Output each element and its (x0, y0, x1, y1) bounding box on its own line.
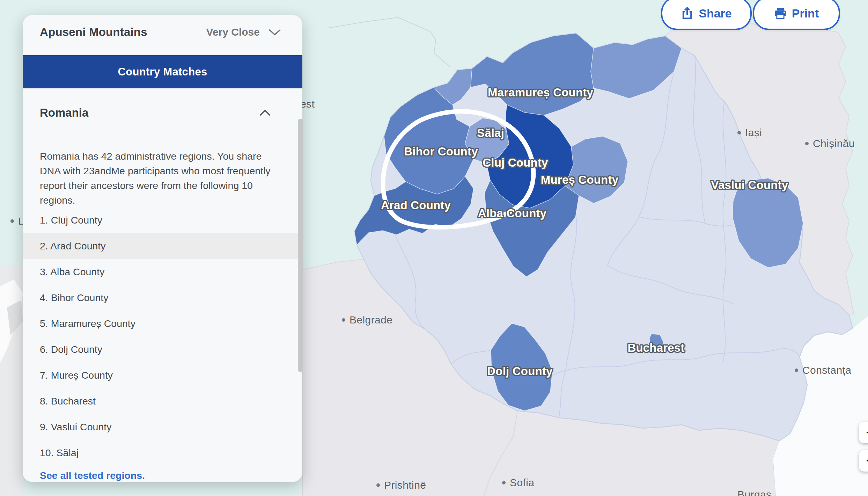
region-title: Apuseni Mountains (40, 25, 147, 39)
see-all-tested-regions-link[interactable]: See all tested regions. (40, 470, 145, 481)
panel-scrollbar-thumb[interactable] (298, 119, 303, 372)
ancestry-map-screen: Maramureș CountySălajBihor CountyCluj Co… (0, 0, 868, 496)
zoom-out-button[interactable]: − (859, 450, 868, 472)
share-button[interactable]: Share (661, 0, 752, 30)
zoom-out-label: − (866, 453, 868, 468)
zoom-in-label: + (866, 425, 868, 440)
terrain-left (0, 265, 23, 496)
list-item-cluj-county[interactable]: 1. Cluj County (23, 207, 302, 233)
country-matches-banner: Country Matches (23, 55, 302, 88)
zoom-in-button[interactable]: + (859, 422, 868, 443)
list-item-alba-county[interactable]: 3. Alba County (23, 259, 302, 285)
description-line: regions. (40, 193, 274, 207)
list-item-arad-county[interactable]: 2. Arad County (23, 233, 302, 259)
list-item-bucharest[interactable]: 8. Bucharest (23, 388, 302, 414)
country-matches-label: Country Matches (118, 66, 207, 78)
panel-header: Apuseni Mountains Very Close (40, 21, 281, 44)
region-detail-panel: Apuseni Mountains Very Close Country Mat… (23, 15, 302, 482)
country-section-toggle[interactable]: Romania (40, 105, 271, 121)
description-line: Romania has 42 administrative regions. Y… (40, 149, 274, 163)
country-name: Romania (40, 106, 88, 119)
list-item-dolj-county[interactable]: 6. Dolj County (23, 336, 302, 362)
share-button-label: Share (699, 7, 732, 20)
list-item-vaslui-county[interactable]: 9. Vaslui County (23, 414, 302, 440)
chevron-up-icon (259, 109, 271, 116)
match-strength-value: Very Close (206, 26, 260, 38)
region-list: 1. Cluj County 2. Arad County 3. Alba Co… (23, 207, 302, 466)
print-button[interactable]: Print (753, 0, 840, 30)
description-line: DNA with 23andMe participants who most f… (40, 163, 274, 178)
print-button-label: Print (792, 7, 819, 20)
match-strength-dropdown[interactable]: Very Close (206, 26, 281, 38)
description-line: report their ancestors were from the fol… (40, 178, 274, 193)
list-item-bihor-county[interactable]: 4. Bihor County (23, 285, 302, 311)
list-item-salaj[interactable]: 10. Sălaj (23, 440, 302, 466)
list-item-mures-county[interactable]: 7. Mureș County (23, 362, 302, 388)
country-description: Romania has 42 administrative regions. Y… (40, 149, 274, 207)
chevron-down-icon (268, 28, 281, 36)
share-icon (681, 7, 693, 20)
list-item-maramures-county[interactable]: 5. Maramureș County (23, 311, 302, 336)
print-icon (774, 7, 787, 20)
